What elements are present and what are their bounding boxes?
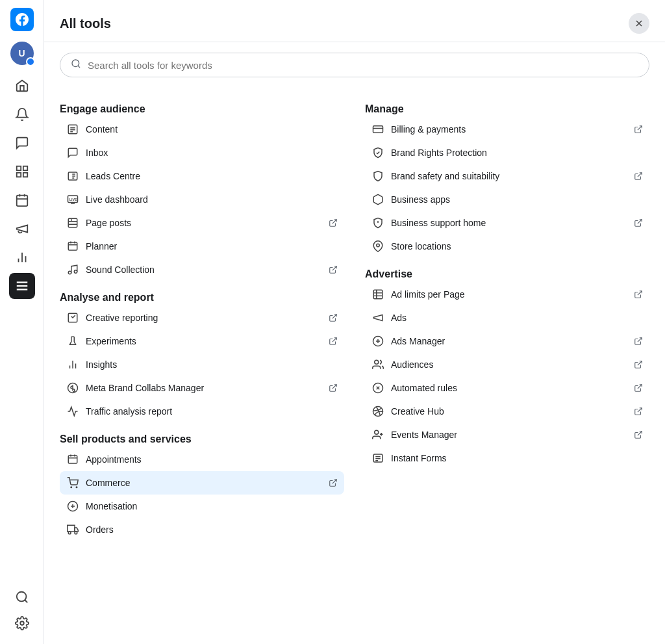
- list-item[interactable]: Business apps: [365, 188, 649, 211]
- svg-line-59: [332, 480, 336, 483]
- list-item[interactable]: Business support home: [365, 211, 649, 235]
- external-link-icon: [329, 383, 338, 393]
- svg-point-41: [74, 270, 77, 274]
- external-link-icon: [329, 313, 338, 322]
- sell-title: Sell products and services: [60, 433, 344, 445]
- sidebar: U: [0, 0, 44, 644]
- list-item[interactable]: Inbox: [60, 141, 344, 164]
- live-tool-icon: LIVE: [66, 193, 79, 206]
- svg-point-1: [29, 60, 32, 64]
- svg-rect-66: [373, 126, 383, 133]
- svg-rect-31: [68, 218, 77, 227]
- search-input[interactable]: [88, 60, 638, 71]
- list-item[interactable]: Orders: [60, 518, 344, 541]
- search-box[interactable]: [60, 53, 649, 77]
- creative-hub-icon: [371, 405, 384, 418]
- list-item[interactable]: Ads: [365, 306, 649, 329]
- notification-icon[interactable]: [9, 101, 35, 127]
- svg-line-35: [332, 220, 336, 224]
- external-link-icon: [634, 430, 643, 439]
- external-link-icon: [329, 478, 338, 487]
- right-column: Manage Billing & payments Brand Rights P…: [365, 93, 649, 547]
- svg-line-52: [332, 385, 336, 389]
- ads-icon: [371, 311, 384, 324]
- insights-icon: [66, 358, 79, 371]
- svg-point-65: [75, 532, 77, 534]
- pageposts-tool-icon: [66, 216, 79, 229]
- list-item[interactable]: Sound Collection: [60, 258, 344, 281]
- svg-point-88: [375, 430, 379, 434]
- appointments-icon: [66, 453, 79, 466]
- svg-line-46: [332, 338, 336, 342]
- list-item[interactable]: Insights: [60, 353, 344, 376]
- engage-section: Engage audience Content Inbox: [60, 103, 344, 281]
- home-icon[interactable]: [9, 73, 35, 99]
- external-link-icon: [634, 218, 643, 227]
- list-item[interactable]: Leads Centre: [60, 164, 344, 188]
- svg-rect-3: [23, 166, 27, 170]
- collabs-icon: [66, 381, 79, 394]
- svg-line-82: [638, 338, 642, 342]
- svg-point-64: [68, 532, 71, 534]
- billing-icon: [371, 123, 384, 136]
- close-button[interactable]: [629, 13, 649, 34]
- svg-line-72: [638, 220, 642, 224]
- list-item[interactable]: Instant Forms: [365, 446, 649, 470]
- svg-rect-4: [16, 173, 20, 177]
- settings-icon[interactable]: [9, 610, 35, 636]
- business-apps-icon: [371, 193, 384, 206]
- list-item[interactable]: Experiments: [60, 329, 344, 353]
- list-item[interactable]: Brand Rights Protection: [365, 141, 649, 164]
- list-item[interactable]: Commerce: [60, 471, 344, 495]
- list-item[interactable]: Creative Hub: [365, 400, 649, 423]
- external-link-icon: [634, 337, 643, 346]
- svg-line-91: [638, 431, 642, 435]
- content-icon[interactable]: [9, 159, 35, 185]
- svg-point-57: [71, 487, 72, 488]
- list-item[interactable]: Audiences: [365, 353, 649, 376]
- list-item[interactable]: Brand safety and suitability: [365, 164, 649, 188]
- svg-rect-36: [68, 242, 77, 250]
- ads-manager-icon: [371, 335, 384, 348]
- svg-line-44: [332, 315, 336, 318]
- monetisation-icon: [66, 500, 79, 513]
- list-item[interactable]: Planner: [60, 235, 344, 258]
- external-link-icon: [329, 218, 338, 227]
- avatar[interactable]: U: [10, 42, 34, 65]
- brand-rights-icon: [371, 146, 384, 159]
- svg-line-85: [638, 385, 642, 389]
- menu-icon[interactable]: [9, 273, 35, 299]
- list-item[interactable]: LIVE Live dashboard: [60, 188, 344, 211]
- brand-safety-icon: [371, 170, 384, 183]
- manage-title: Manage: [365, 103, 649, 115]
- external-link-icon: [329, 337, 338, 346]
- list-item[interactable]: Events Manager: [365, 423, 649, 446]
- svg-line-87: [638, 408, 642, 412]
- list-item[interactable]: Page posts: [60, 211, 344, 235]
- list-item[interactable]: Ads Manager: [365, 329, 649, 353]
- list-item[interactable]: Monetisation: [60, 495, 344, 518]
- svg-point-73: [377, 244, 380, 247]
- list-item[interactable]: Automated rules: [365, 376, 649, 400]
- list-item[interactable]: Content: [60, 118, 344, 141]
- list-item[interactable]: Ad limits per Page: [365, 283, 649, 306]
- svg-point-18: [20, 621, 24, 625]
- list-item[interactable]: Creative reporting: [60, 306, 344, 329]
- meta-logo[interactable]: [10, 8, 34, 31]
- list-item[interactable]: Appointments: [60, 448, 344, 471]
- chart-icon[interactable]: [9, 244, 35, 270]
- list-item[interactable]: Meta Brand Collabs Manager: [60, 376, 344, 400]
- svg-text:LIVE: LIVE: [69, 198, 77, 201]
- automated-rules-icon: [371, 381, 384, 394]
- external-link-icon: [634, 172, 643, 181]
- message-icon[interactable]: [9, 130, 35, 156]
- list-item[interactable]: Billing & payments: [365, 118, 649, 141]
- business-support-icon: [371, 216, 384, 229]
- advertise-title: Advertise: [365, 268, 649, 280]
- experiments-icon: [66, 335, 79, 348]
- calendar-icon[interactable]: [9, 187, 35, 213]
- search-icon[interactable]: [9, 584, 35, 610]
- list-item[interactable]: Traffic analysis report: [60, 400, 344, 423]
- list-item[interactable]: Store locations: [365, 235, 649, 258]
- megaphone-icon[interactable]: [9, 216, 35, 242]
